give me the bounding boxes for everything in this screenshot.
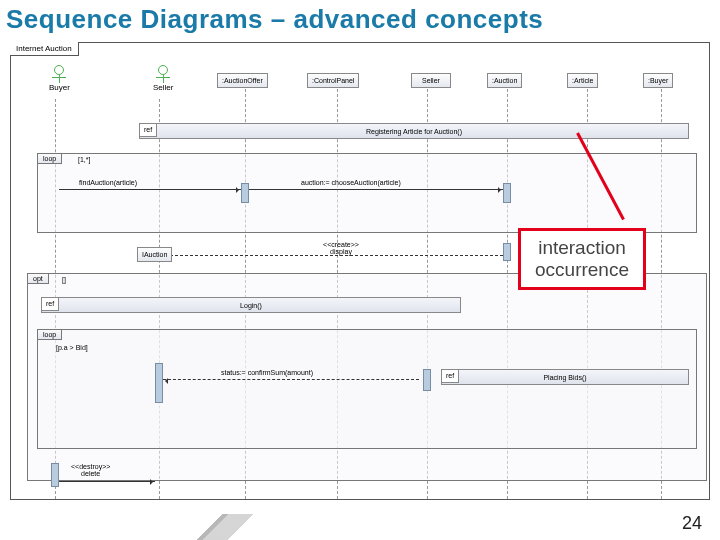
ref-register-article: ref Registering Article for Auction() [139,123,689,139]
activation [503,243,511,261]
arrow-dash [163,379,419,380]
loop1-label: loop [37,153,62,164]
actor-seller: Seller [153,65,173,92]
msg-destroy: <<destroy>> delete [71,463,110,477]
ref-placing-bids: ref Placing Bids() [441,369,689,385]
opt-guard: [] [62,276,66,283]
ref-tag: ref [139,123,157,137]
ref-tag: ref [441,369,459,383]
lifeline-buyer: :Buyer [643,73,673,88]
msg-confirm: status:= confirmSum(amount) [221,369,313,376]
ref-login: ref Login() [41,297,461,313]
activation [503,183,511,203]
loop2-guard: [p.a > Bid] [56,344,88,351]
loop1-guard: [1,*] [78,156,90,163]
loop-fragment-2: loop [p.a > Bid] [37,329,697,449]
lifeline-controlpanel: :ControlPanel [307,73,359,88]
page-title: Sequence Diagrams – advanced concepts [0,0,720,39]
page-number: 24 [682,513,702,534]
arrow [59,481,155,482]
callout-box: interactionoccurrence [518,228,646,290]
actor-buyer: Buyer [49,65,70,92]
callout-text: interactionoccurrence [535,237,629,280]
iauction-box: IAuction [137,247,172,262]
activation [423,369,431,391]
msg-create-display: <<create>> display [301,241,381,255]
activation [241,183,249,203]
frame-label: Internet Auction [10,42,79,56]
actor-seller-label: Seller [153,83,173,92]
actor-buyer-label: Buyer [49,83,70,92]
lifeline-auctionoffer: :AuctionOffer [217,73,268,88]
arrow [249,189,503,190]
loop-fragment-1: loop [1,*] [37,153,697,233]
ref-tag: ref [41,297,59,311]
lifeline-article: :Article [567,73,598,88]
arrow-dash [165,255,503,256]
lifeline-seller: Seller [411,73,451,88]
msg-findauction: findAuction(article) [79,179,137,186]
activation [51,463,59,487]
loop2-label: loop [37,329,62,340]
msg-choose: auction:= chooseAuction(article) [301,179,401,186]
ref-register-label: Registering Article for Auction() [366,128,462,135]
ref-bids-label: Placing Bids() [543,374,586,381]
opt-label: opt [27,273,49,284]
lifeline-auction: :Auction [487,73,522,88]
arrow [59,189,241,190]
decorative-stripe [130,514,310,540]
ref-login-label: Login() [240,302,262,309]
